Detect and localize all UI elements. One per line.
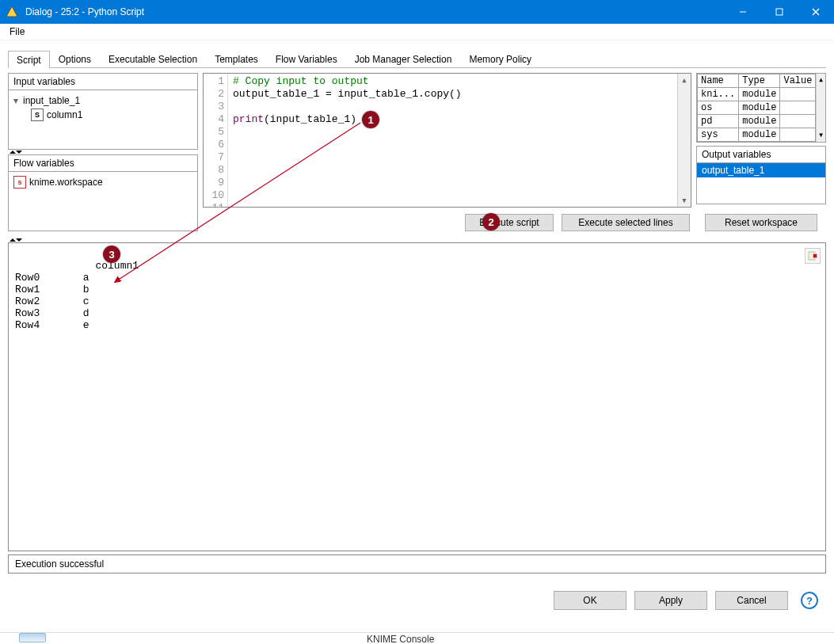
annotation-badge-1: 1 (362, 111, 379, 128)
annotation-badge-3: 3 (103, 246, 120, 263)
svg-line-12 (115, 123, 360, 282)
annotation-badge-2: 2 (482, 213, 500, 231)
